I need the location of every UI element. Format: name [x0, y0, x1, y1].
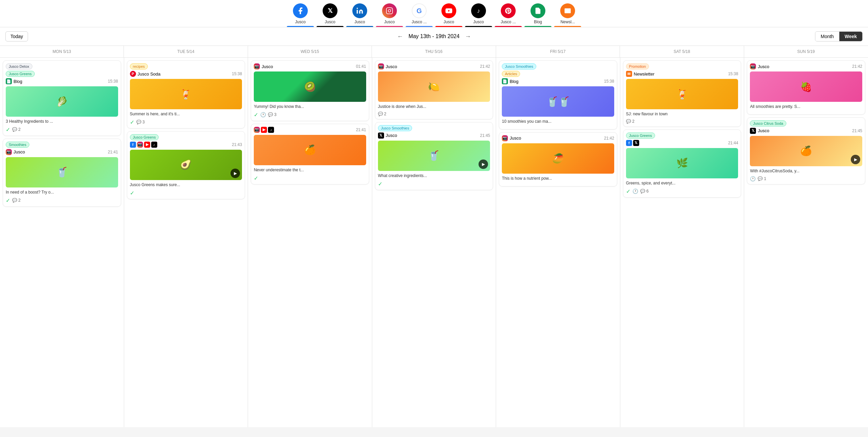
linkedin-underline	[346, 26, 373, 27]
card-tue-greens[interactable]: Jusco Greens f 📷 ▶ ♪ 21:43 🥑 ▶ Jusco Gre…	[127, 131, 245, 199]
card-header-mon-smoothies: 📷 Jusco 21:41	[6, 149, 118, 155]
social-label-tiktok: Jusco	[473, 20, 484, 24]
ig-icon-fri: 📷	[502, 135, 508, 141]
platform-name-blog-fri: Blog	[510, 79, 518, 84]
card-time-sun-ig: 21:42	[852, 64, 862, 69]
tag-jusco-greens-2: Jusco Greens	[130, 134, 159, 140]
social-label-instagram: Jusco	[384, 20, 395, 24]
card-sat-greens[interactable]: Jusco Greens f 𝕏 21:44 🌿 Greens, spice, …	[623, 129, 741, 198]
card-header-wed-multi: 📷 ▶ ♪ 21:41	[254, 127, 366, 133]
tag-citrus-soda: Jusco Citrus Soda	[750, 120, 786, 126]
instagram-icon	[382, 3, 397, 18]
card-time-sat-greens: 21:44	[728, 141, 738, 145]
card-sat-newsletter[interactable]: Promotion ✉ Newsletter 15:38 🍹 SJ: new f…	[623, 60, 741, 127]
newsletter-underline	[554, 26, 581, 27]
check-icon-6: ✓	[254, 175, 258, 181]
card-time-sun-citrus: 21:45	[852, 128, 862, 133]
card-header-fri-ig: 📷 Jusco 21:42	[502, 135, 614, 141]
day-header-wed: WED 5/15	[248, 46, 372, 57]
tt-icon-tue: ♪	[151, 142, 157, 148]
pinterest-underline	[495, 26, 522, 27]
card-footer-sat-greens: ✓ 🕐 💬 6	[626, 188, 738, 195]
card-footer-wed-multi: ✓	[254, 175, 366, 181]
prev-week-arrow[interactable]: ←	[397, 33, 403, 40]
card-thu-smoothies[interactable]: Jusco Smoothies 𝕏 Jusco 21:45 🥤 ▶ What c…	[375, 122, 493, 190]
social-item-newsletter[interactable]: Newsl...	[554, 3, 581, 27]
card-footer-mon-blog: ✓ 💬 2	[6, 126, 118, 133]
tiktok-underline	[465, 26, 492, 27]
day-col-mon: Jusco Detox Jusco Greens 📄 Blog 15:38 🥬 …	[0, 58, 124, 427]
card-time-fri-ig: 21:42	[604, 136, 614, 141]
card-sun-citrus[interactable]: Jusco Citrus Soda 𝕏 Jusco 21:45 🍊 ▶ With…	[747, 117, 865, 184]
social-item-tiktok[interactable]: ♪ Jusco	[465, 3, 492, 27]
social-item-facebook[interactable]: Jusco	[287, 3, 314, 27]
nl-icon-sat: ✉	[626, 71, 632, 77]
tag-jusco-greens: Jusco Greens	[6, 71, 35, 77]
card-image-orange: 🍊	[254, 135, 366, 165]
card-text-wed-ig: Yummy! Did you know tha...	[254, 104, 366, 110]
card-image-smoothie2: 🥤 ▶	[378, 141, 490, 171]
date-range-label: May 13th - 19th 2024	[408, 33, 459, 39]
social-item-pinterest[interactable]: Jusco ...	[495, 3, 522, 27]
card-image-avocado: 🥑 ▶	[130, 150, 242, 180]
card-image-yellow: 🍹	[130, 79, 242, 109]
card-fri-ig[interactable]: 📷 Jusco 21:42 🥭 This is how a nutrient p…	[499, 132, 617, 186]
card-header-fri-blog: 📄 Blog 15:38	[502, 78, 614, 84]
social-item-google[interactable]: G Jusco ...	[406, 3, 433, 27]
platform-label-pi: P Jusco Soda	[130, 71, 161, 77]
card-wed-multi[interactable]: 📷 ▶ ♪ 21:41 🍊 Never underestimate the t.…	[251, 124, 369, 184]
card-tue-recipes[interactable]: recipes P Jusco Soda 15:38 🍹 Summer is h…	[127, 60, 245, 128]
youtube-icon	[441, 3, 456, 18]
next-week-arrow[interactable]: →	[465, 33, 471, 40]
card-footer-thu-smoothies: ✓	[378, 181, 490, 187]
card-mon-smoothies[interactable]: Smoothies 📷 Jusco 21:41 🥤 In need of a b…	[3, 139, 121, 207]
card-text-wed-multi: Never underestimate the t...	[254, 167, 366, 173]
card-header-thu-ig: 📷 Jusco 21:42	[378, 63, 490, 69]
social-item-blog[interactable]: Blog	[524, 3, 551, 27]
card-sun-ig[interactable]: 📷 Jusco 21:42 🍓 All smoothies are pretty…	[747, 60, 865, 115]
platform-label-blog-fri: 📄 Blog	[502, 78, 518, 84]
social-item-x[interactable]: 𝕏 Jusco	[317, 3, 344, 27]
social-label-blog: Blog	[534, 20, 542, 24]
week-view-button[interactable]: Week	[839, 32, 862, 41]
calendar-nav: Today ← May 13th - 19th 2024 → Month Wee…	[0, 27, 868, 46]
comment-icon-5: 💬 3	[268, 112, 276, 117]
card-text-mon-smoothies: In need of a boost? Try o...	[6, 190, 118, 195]
platform-name-x-thu: Jusco	[386, 133, 397, 138]
day-col-fri: Jusco Smoothies Articles 📄 Blog 15:38 🥤🥤…	[496, 58, 620, 427]
svg-rect-1	[386, 8, 392, 14]
platform-name-ig-wed: Jusco	[262, 64, 273, 69]
video-badge-tue: ▶	[230, 169, 240, 178]
platform-label-ig-jusco: 📷 Jusco	[6, 149, 25, 155]
card-text-sun-citrus: With #JuscoCitrusSoda, y...	[750, 168, 862, 174]
ig-icon-sun: 📷	[750, 63, 756, 69]
card-image-yellow2: 🍹	[626, 79, 738, 109]
social-item-instagram[interactable]: Jusco	[376, 3, 403, 27]
card-wed-ig[interactable]: 📷 Jusco 01:41 🥝 Yummy! Did you know tha.…	[251, 60, 369, 121]
today-button[interactable]: Today	[5, 31, 28, 41]
x-underline	[317, 26, 344, 27]
blog-icon	[531, 3, 545, 18]
month-view-button[interactable]: Month	[815, 32, 839, 41]
date-range-nav: ← May 13th - 19th 2024 →	[397, 33, 471, 40]
card-thu-ig[interactable]: 📷 Jusco 21:42 🍋 Justice is done when Jus…	[375, 60, 493, 119]
card-header-tue-greens: f 📷 ▶ ♪ 21:43	[130, 142, 242, 148]
google-icon: G	[412, 3, 427, 18]
ig-icon-tue: 📷	[137, 142, 143, 148]
social-item-youtube[interactable]: Jusco	[435, 3, 462, 27]
card-text-thu-smoothies: What creative ingredients...	[378, 173, 490, 179]
tiktok-icon: ♪	[471, 3, 486, 18]
svg-point-3	[391, 9, 391, 9]
svg-point-2	[388, 9, 390, 12]
tag-promotion: Promotion	[626, 63, 649, 69]
card-mon-blog[interactable]: Jusco Detox Jusco Greens 📄 Blog 15:38 🥬 …	[3, 60, 121, 136]
card-fri-blog[interactable]: Jusco Smoothies Articles 📄 Blog 15:38 🥤🥤…	[499, 60, 617, 129]
check-icon-3: ✓	[130, 119, 134, 125]
platform-label-x-sun: 𝕏 Jusco	[750, 128, 769, 134]
instagram-underline	[376, 26, 403, 27]
card-text-tue-recipes: Summer is here, and it's ti...	[130, 111, 242, 117]
card-image-kiwi: 🥝	[254, 71, 366, 102]
day-col-sat: Promotion ✉ Newsletter 15:38 🍹 SJ: new f…	[620, 58, 744, 427]
social-item-linkedin[interactable]: Jusco	[346, 3, 373, 27]
card-text-sat-greens: Greens, spice, and everyt...	[626, 180, 738, 186]
